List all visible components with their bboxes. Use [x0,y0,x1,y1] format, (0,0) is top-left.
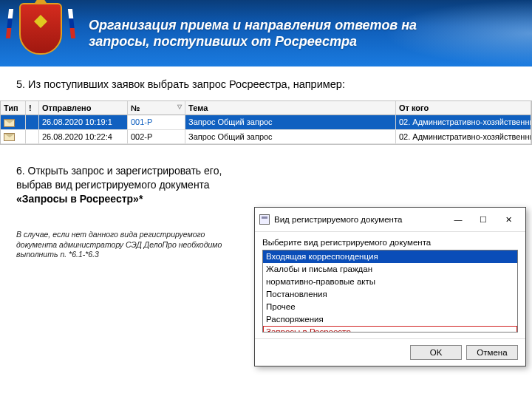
list-item[interactable]: Запросы в Росреестр [263,326,517,332]
list-item[interactable]: Постановления [263,288,517,301]
envelope-icon [4,133,15,141]
cell-from: 02. Административно-хозяйственны [396,130,531,145]
close-button[interactable]: ✕ [496,211,521,228]
dialog-titlebar[interactable]: Вид регистрируемого документа — ☐ ✕ [255,208,525,232]
list-item[interactable]: Жалобы и письма граждан [263,263,517,276]
minimize-button[interactable]: — [446,211,471,228]
cell-type [1,115,26,130]
list-item[interactable]: Входящая корреспонденция [263,250,517,263]
dialog-title: Вид регистрируемого документа [274,215,446,224]
step-6-text: 6. Открыть запрос и зарегистрировать его… [16,164,231,206]
dialog-label: Выберите вид регистрируемого документа [262,238,518,247]
cell-type [1,130,26,145]
list-item[interactable]: Прочее [263,301,517,313]
cell-sent: 26.08.2020 10:22:4 [39,130,128,145]
ok-button[interactable]: OK [410,345,462,360]
table-row[interactable]: 26.08.2020 10:22:4 002-Р Запрос Общий за… [1,130,531,145]
col-number[interactable]: №▽ [128,101,185,115]
slide-header: Организация приема и направления ответов… [0,0,532,66]
document-type-dialog: Вид регистрируемого документа — ☐ ✕ Выбе… [254,207,526,366]
cell-number: 001-Р [128,115,185,130]
list-item[interactable]: нормативно-правовые акты [263,276,517,288]
cancel-button[interactable]: Отмена [466,345,518,360]
envelope-icon [4,119,15,127]
sort-indicator-icon: ▽ [177,103,182,110]
document-icon [259,214,270,225]
cell-flag [26,130,39,145]
list-item[interactable]: Распоряжения [263,313,517,326]
footnote: В случае, если нет данного вида регистри… [16,230,231,260]
col-from[interactable]: От кого [396,101,531,115]
cell-number: 002-Р [128,130,185,145]
coat-of-arms-icon [7,3,74,64]
cell-subject: Запрос Общий запрос [185,115,396,130]
table-header-row: Тип ! Отправлено №▽ Тема От кого [1,101,531,115]
cell-from: 02. Административно-хозяйственны [396,115,531,130]
col-sent[interactable]: Отправлено [39,101,128,115]
col-flag[interactable]: ! [26,101,39,115]
document-type-listbox[interactable]: Входящая корреспонденция Жалобы и письма… [262,250,518,332]
cell-subject: Запрос Общий запрос [185,130,396,145]
step-5-text: 5. Из поступивших заявок выбрать запрос … [16,78,516,90]
col-type[interactable]: Тип [1,101,26,115]
slide-title: Организация приема и направления ответов… [89,17,429,50]
col-subject[interactable]: Тема [185,101,396,115]
cell-sent: 26.08.2020 10:19:1 [39,115,128,130]
table-row[interactable]: 26.08.2020 10:19:1 001-Р Запрос Общий за… [1,115,531,130]
maximize-button[interactable]: ☐ [471,211,496,228]
requests-table: Тип ! Отправлено №▽ Тема От кого 26.08.2… [0,100,532,145]
cell-flag [26,115,39,130]
